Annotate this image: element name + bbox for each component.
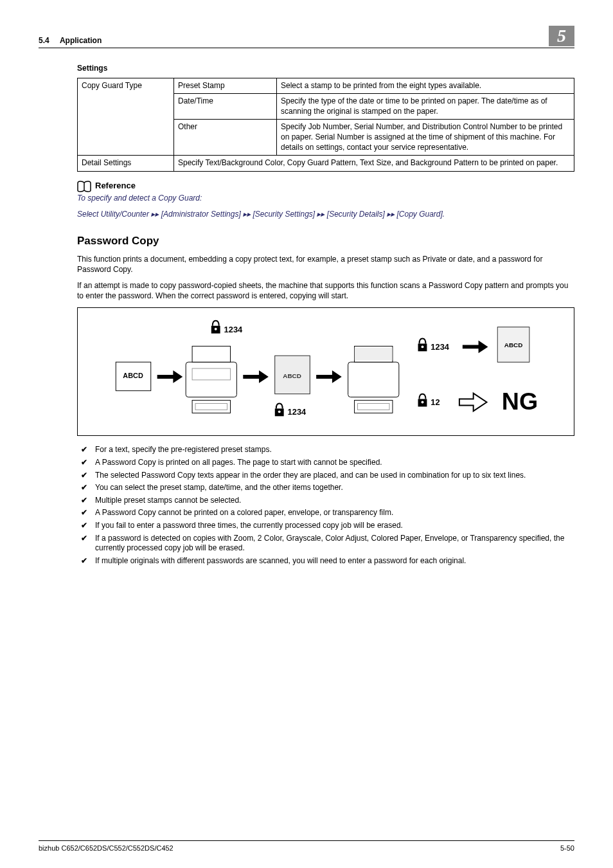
svg-marker-27 <box>459 393 487 411</box>
reference-icon <box>77 181 91 192</box>
list-item: A Password Copy cannot be printed on a c… <box>77 508 574 518</box>
page-header: 5.4 Application 5 <box>39 26 574 48</box>
section-title: Application <box>60 36 102 45</box>
diagram-label-abcd: ABCD <box>283 372 301 379</box>
svg-marker-9 <box>243 370 269 383</box>
diagram-label-1234: 1234 <box>224 325 243 334</box>
reference-heading: Reference <box>77 181 574 192</box>
reference-line1: To specify and detect a Copy Guard: <box>77 194 574 204</box>
svg-point-8 <box>215 328 217 330</box>
diagram-label-ng: NG <box>502 388 538 415</box>
section-title-password-copy: Password Copy <box>77 234 574 248</box>
page-content: Settings Copy Guard Type Preset Stamp Se… <box>39 64 574 566</box>
list-item: A Password Copy is printed on all pages.… <box>77 458 574 468</box>
settings-table-title: Settings <box>77 64 574 74</box>
svg-marker-1 <box>157 370 183 383</box>
svg-point-26 <box>422 401 424 404</box>
cell-other-desc: Specify Job Number, Serial Number, and D… <box>277 120 574 156</box>
table-row: Detail Settings Specify Text/Background … <box>78 156 574 172</box>
section-number: 5.4 <box>39 36 49 45</box>
list-item: You can select the preset stamp, date/ti… <box>77 483 574 493</box>
cell-date-time: Date/Time <box>174 94 277 120</box>
reference-line2: Select Utility/Counter ▸▸ [Administrator… <box>77 210 574 220</box>
svg-point-13 <box>278 411 281 413</box>
settings-table: Copy Guard Type Preset Stamp Select a st… <box>77 78 574 172</box>
svg-rect-18 <box>358 404 390 410</box>
svg-point-21 <box>422 346 424 348</box>
svg-rect-15 <box>348 363 399 397</box>
cell-copy-guard-type: Copy Guard Type <box>78 78 174 156</box>
cell-preset-stamp: Preset Stamp <box>174 78 277 94</box>
reference-label: Reference <box>95 181 136 192</box>
cell-other: Other <box>174 120 277 156</box>
list-item: For a text, specify the pre-registered p… <box>77 445 574 455</box>
list-item: If multiple originals with different pas… <box>77 556 574 566</box>
table-row: Copy Guard Type Preset Stamp Select a st… <box>78 78 574 94</box>
list-item: The selected Password Copy texts appear … <box>77 471 574 481</box>
paragraph-1: This function prints a document, embeddi… <box>77 255 574 275</box>
header-section: 5.4 Application <box>39 36 102 46</box>
list-item: If you fail to enter a password three ti… <box>77 521 574 531</box>
svg-marker-22 <box>463 341 488 354</box>
chapter-number: 5 <box>549 26 574 46</box>
diagram-label-12: 12 <box>431 398 440 408</box>
diagram-label-abcd: ABCD <box>123 372 143 379</box>
diagram-label-abcd: ABCD <box>504 342 523 349</box>
list-item: Multiple preset stamps cannot be selecte… <box>77 496 574 506</box>
cell-detail-settings-desc: Specify Text/Background Color, Copy Guar… <box>174 156 574 172</box>
password-copy-diagram: ABCD 1234 ABCD <box>77 307 574 436</box>
paragraph-2: If an attempt is made to copy password-c… <box>77 281 574 301</box>
diagram-label-1234: 1234 <box>431 343 449 352</box>
cell-detail-settings: Detail Settings <box>78 156 174 172</box>
svg-rect-5 <box>195 404 227 410</box>
svg-marker-14 <box>316 370 342 383</box>
bullet-list: For a text, specify the pre-registered p… <box>77 445 574 566</box>
cell-date-time-desc: Specify the type of the date or time to … <box>277 94 574 120</box>
diagram-label-1234: 1234 <box>288 408 306 417</box>
svg-rect-19 <box>355 348 393 361</box>
svg-rect-3 <box>192 347 230 363</box>
cell-preset-stamp-desc: Select a stamp to be printed from the ei… <box>277 78 574 94</box>
list-item: If a password is detected on copies with… <box>77 534 574 554</box>
